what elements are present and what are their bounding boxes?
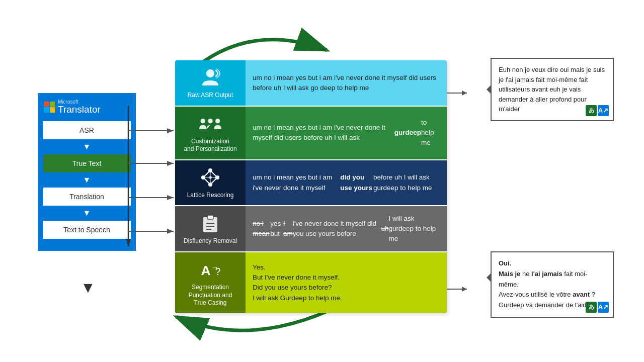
svg-marker-5 bbox=[167, 128, 174, 133]
pipeline-row-lattice: Lattice Rescoring um no i mean yes but i… bbox=[175, 160, 447, 207]
sidebar-item-truetext[interactable]: True Text bbox=[43, 154, 131, 172]
translate-t-icon: あ bbox=[586, 105, 597, 116]
segmentation-icon: A → ? bbox=[199, 258, 221, 281]
svg-marker-9 bbox=[167, 195, 174, 200]
lattice-label: Lattice Rescoring bbox=[187, 192, 234, 200]
disfluency-text: no i mean yes but I am i've never done i… bbox=[246, 206, 447, 251]
translate-a-icon: A↗ bbox=[598, 105, 609, 116]
disfluency-strike3: uh bbox=[381, 224, 388, 234]
asr-label: Raw ASR Output bbox=[188, 92, 233, 100]
bottom-down-arrow: ▼ bbox=[80, 279, 96, 296]
svg-point-15 bbox=[215, 119, 220, 123]
disfluency-icon-area: Disfluency Removal bbox=[175, 206, 246, 251]
pipeline-row-custom: Customizationand Personalization um no i… bbox=[175, 107, 447, 160]
disfluency-icon bbox=[199, 212, 221, 234]
svg-marker-38 bbox=[462, 287, 467, 292]
custom-bold-name: gurdeep bbox=[394, 128, 421, 138]
lattice-icon-area: Lattice Rescoring bbox=[175, 160, 246, 206]
sidebar: Microsoft Translator ASR ▼ True Text ▼ T… bbox=[38, 93, 136, 251]
disfluency-strike2: I am bbox=[283, 219, 293, 239]
logo-q3 bbox=[44, 107, 49, 113]
sidebar-header: Microsoft Translator bbox=[43, 99, 131, 115]
logo-q2 bbox=[50, 102, 55, 107]
asr-icon-area: Raw ASR Output bbox=[175, 60, 246, 106]
translation-bubble-bottom: Oui. Mais je ne l'ai jamais fait moi-mêm… bbox=[491, 251, 614, 318]
custom-label: Customizationand Personalization bbox=[184, 138, 236, 153]
arrow-asr-truetext: ▼ bbox=[43, 142, 131, 151]
svg-point-12 bbox=[206, 69, 214, 77]
arrow-translation-tts: ▼ bbox=[43, 209, 131, 218]
asr-text: um no i mean yes but i am i've never don… bbox=[246, 60, 447, 106]
translate-a-icon-b: A↗ bbox=[598, 302, 609, 313]
translation-bottom-line2: Mais je ne l'ai jamais fait moi-même. bbox=[499, 269, 606, 290]
svg-point-14 bbox=[208, 119, 212, 123]
custom-text: um no i mean yes but i am i've never don… bbox=[246, 107, 447, 159]
disfluency-label: Disfluency Removal bbox=[184, 237, 237, 245]
customization-icon bbox=[199, 113, 221, 135]
lattice-text: um no i mean yes but i am i've never don… bbox=[246, 160, 447, 206]
seg-to-translation-connector bbox=[447, 284, 472, 294]
svg-marker-11 bbox=[167, 229, 174, 234]
translate-t-icon-b: あ bbox=[586, 302, 597, 313]
segmentation-label: SegmentationPunctuation andTrue Casing bbox=[189, 284, 232, 307]
svg-text:?: ? bbox=[215, 266, 221, 277]
sidebar-item-translation[interactable]: Translation bbox=[43, 188, 131, 206]
pipeline-row-asr: Raw ASR Output um no i mean yes but i am… bbox=[175, 60, 447, 107]
translate-icons-top: あ A↗ bbox=[586, 105, 609, 116]
segmentation-icon-area: A → ? SegmentationPunctuation andTrue Ca… bbox=[175, 252, 246, 313]
asr-person-icon bbox=[199, 66, 221, 88]
logo-q4 bbox=[50, 107, 55, 113]
disfluency-strike1: no i mean bbox=[253, 219, 270, 239]
microsoft-logo bbox=[44, 102, 55, 113]
translation-bottom-line1: Oui. bbox=[499, 258, 606, 269]
svg-marker-7 bbox=[167, 161, 174, 166]
asr-to-translation-connector bbox=[447, 88, 472, 98]
arrow-truetext-translation: ▼ bbox=[43, 175, 131, 185]
svg-point-13 bbox=[201, 119, 205, 123]
svg-marker-36 bbox=[462, 90, 467, 96]
pipeline-row-disfluency: Disfluency Removal no i mean yes but I a… bbox=[175, 206, 447, 252]
pipeline-panel: Raw ASR Output um no i mean yes but i am… bbox=[175, 60, 447, 313]
translation-bubble-top: Euh non je veux dire oui mais je suis je… bbox=[491, 58, 614, 121]
segmentation-text: Yes. But I've never done it myself. Did … bbox=[246, 252, 447, 313]
pipeline-row-segmentation: A → ? SegmentationPunctuation andTrue Ca… bbox=[175, 252, 447, 313]
custom-icon-area: Customizationand Personalization bbox=[175, 107, 246, 159]
translate-icons-bottom: あ A↗ bbox=[586, 302, 609, 313]
svg-text:A: A bbox=[201, 263, 211, 278]
svg-rect-28 bbox=[207, 215, 213, 219]
translation-bottom-line3: Avez-vous utilisé le vôtre avant ? bbox=[499, 290, 606, 300]
lattice-bold: did you use yours bbox=[340, 172, 373, 193]
lattice-icon bbox=[199, 166, 221, 189]
app-title: Translator bbox=[58, 105, 101, 115]
logo-q1 bbox=[44, 102, 49, 107]
sidebar-item-tts[interactable]: Text to Speech bbox=[43, 221, 131, 239]
sidebar-item-asr[interactable]: ASR bbox=[43, 121, 131, 139]
